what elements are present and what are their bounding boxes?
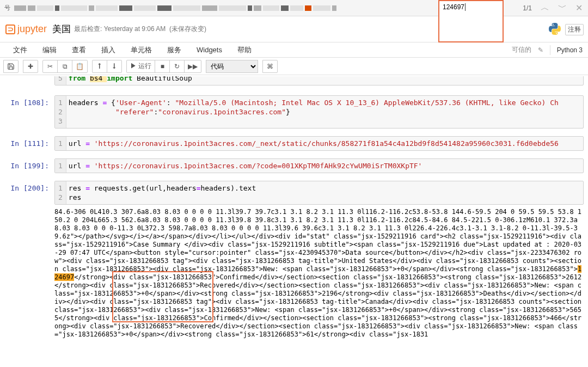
menu-kernel[interactable]: 服务 [160,43,189,57]
tab-rect[interactable] [14,5,26,11]
tab-rect[interactable] [28,5,35,11]
tab-rect[interactable] [254,5,261,11]
menu-file[interactable]: 文件 [5,43,35,57]
tab-rect[interactable] [89,5,94,11]
cell-input[interactable]: 12 res = requests.get(url,headers=header… [54,181,584,205]
tab-rect[interactable] [202,5,217,11]
menu-edit[interactable]: 编辑 [35,43,64,57]
tab-rect[interactable] [313,5,330,11]
notebook-cells: 5 from bs4 import BeautifulSoup In [108]… [0,76,588,367]
add-cell-button[interactable]: ✚ [23,60,38,73]
tab-rect[interactable] [55,5,59,11]
menubar: 文件 编辑 查看 插入 单元格 服务 Widgets 帮助 可信的 ✎ Pyth… [0,42,588,58]
find-next-icon[interactable]: ﹀ [558,2,567,14]
cell-prompt [0,76,54,85]
tab-rect[interactable] [219,5,246,11]
restart-button[interactable]: ↻ [169,60,185,73]
interrupt-button[interactable]: ■ [155,60,170,73]
cell-input[interactable]: 1 url = 'https://coronavirus.1point3acre… [54,136,584,151]
tab-rect[interactable] [248,5,252,11]
move-down-button[interactable]: 🠗 [107,60,122,73]
save-button[interactable] [3,60,19,73]
code-cell[interactable]: In [199]: 1 url = 'https://coronavirus.1… [0,158,588,173]
menu-widgets[interactable]: Widgets [189,44,230,56]
find-input[interactable]: 124697 [438,0,504,42]
cell-prompt: In [200]: [0,181,54,205]
pencil-icon[interactable]: ✎ [538,46,543,54]
menu-cell[interactable]: 单元格 [123,43,160,57]
code-cell[interactable]: 5 from bs4 import BeautifulSoup [0,76,588,85]
cell-prompt: In [199]: [0,158,54,173]
python-logo-icon [549,23,561,35]
trusted-indicator[interactable]: 可信的 [512,45,531,54]
kernel-name[interactable]: Python 3 [557,46,583,54]
find-prev-icon[interactable]: ︿ [541,2,549,14]
cell-prompt: In [111]: [0,136,54,151]
code-cell[interactable]: In [108]: 123 headers = {'User-Agent': "… [0,95,588,129]
command-palette-button[interactable]: ⌘ [262,60,278,73]
tab-rect[interactable] [281,5,289,11]
tab-rect[interactable] [332,5,336,11]
notebook-name[interactable]: 美国 [52,23,71,35]
menu-view[interactable]: 查看 [64,43,94,57]
find-controls: 1/1 ︿ ﹀ ✕ [523,2,583,14]
move-up-button[interactable]: 🠕 [92,60,107,73]
cell-input[interactable]: 123 headers = {'User-Agent': "Mozilla/5.… [54,95,584,129]
code-cell[interactable]: In [111]: 1 url = 'https://coronavirus.1… [0,136,588,151]
cut-button[interactable]: ✂ [42,60,58,73]
jupyter-logo[interactable]: ⊃ jupyter [5,23,47,35]
toolbar: ✚ ✂ ⧉ 📋 🠕 🠗 ▶ 运行 ■ ↻ ▶▶ 代码 ⌘ [0,58,588,75]
tab-rect[interactable] [37,5,53,11]
menu-help[interactable]: 帮助 [230,43,259,57]
tab-rect[interactable] [61,5,87,11]
tab-rect[interactable] [96,5,118,11]
tab-rect[interactable] [119,5,132,11]
cell-input[interactable]: 1 url = 'https://coronavirus.1point3acre… [54,158,584,173]
separator [550,45,550,55]
jupyter-icon: ⊃ [5,25,15,34]
tab-rect[interactable] [290,5,303,11]
find-count: 1/1 [523,4,532,12]
cell-type-select[interactable]: 代码 [206,60,258,73]
run-button[interactable]: ▶ 运行 [126,60,155,73]
find-value: 124697 [443,3,464,11]
notebook-checkpoint: 最后检查: Yesterday at 9:06 AM (未保存改变) [74,25,206,34]
find-close-icon[interactable]: ✕ [575,3,583,13]
menu-insert[interactable]: 插入 [94,43,123,57]
paste-button[interactable]: 📋 [72,60,88,73]
tab-rect[interactable] [134,5,156,11]
tab-label: 号 [4,4,10,12]
tab-rect[interactable] [173,5,200,11]
comment-button[interactable]: 注释 [565,24,584,35]
tab-rect[interactable] [157,5,171,11]
tab-rect[interactable] [263,5,279,11]
copy-button[interactable]: ⧉ [57,60,72,73]
code-cell[interactable]: In [200]: 12 res = requests.get(url,head… [0,181,588,205]
cell-input[interactable]: 5 from bs4 import BeautifulSoup [54,76,584,85]
cell-prompt: In [108]: [0,95,54,129]
cell-output: 84.6-306 0L410.3 307.6a8.03 8.03 0 0 0 0… [54,206,588,341]
tab-rect[interactable] [305,5,311,11]
restart-run-all-button[interactable]: ▶▶ [184,60,201,73]
jupyter-text: jupyter [17,23,47,35]
browser-tabs: 号 124697 1/1 ︿ ﹀ ✕ [0,0,588,16]
